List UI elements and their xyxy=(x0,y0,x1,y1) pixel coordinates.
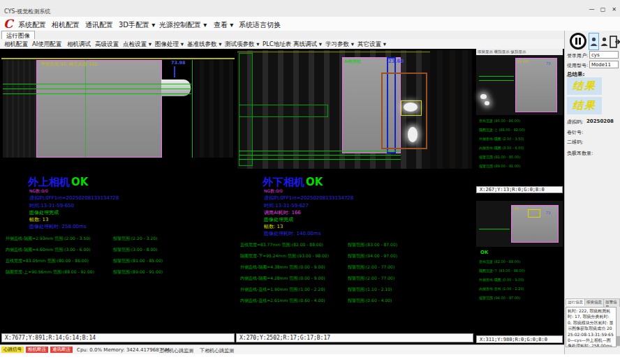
ng-count-label: NG数:0/0 xyxy=(264,188,283,195)
minimize-icon[interactable]: — xyxy=(587,6,596,13)
status-bar: 心跳信号 相机断连 通讯断连 Cpu: 0.0% Memory: 3424.41… xyxy=(0,344,564,354)
green-guide-hline xyxy=(3,89,191,89)
menu-3d-config[interactable]: 3D手配置 ▾ xyxy=(119,20,155,30)
virtual-code-label: 虚拟码: xyxy=(567,119,583,126)
pause-icon xyxy=(579,38,581,45)
virtual-code-line: 虚拟码:0FF1in=20250208133134728 xyxy=(29,195,119,202)
center-camera-view[interactable]: AI检测框 23.60 外下相机 OK NG数:0/0 虚拟码:0FF1in=2… xyxy=(236,49,473,344)
alarm-range: 报警范围:(83.00 - 87.00) xyxy=(348,242,397,248)
center-image: AI检测框 23.60 xyxy=(237,50,472,169)
tool-test-param[interactable]: 测试项参数 ▾ xyxy=(225,40,259,49)
log-scrollbar-thumb[interactable] xyxy=(617,336,620,346)
thumb1-yellow-tag: 93 100 xyxy=(517,59,529,63)
menu-light-config[interactable]: 光源控制配置 ▾ xyxy=(159,20,207,30)
thumb2-row: 直线宽度 (82.00 - 88.00) xyxy=(479,259,520,264)
thumb2-yellow-tag: 93 xyxy=(514,206,518,211)
alarm-range: 报警范围:(2.00 - 77.00) xyxy=(348,275,394,282)
exit-button[interactable] xyxy=(610,34,620,50)
tool-spot-check[interactable]: 点检设置 ▾ xyxy=(123,40,152,49)
run-log-text[interactable]: 耗时: 222, 瑕疵检测耗时: 17, 瑕疵分类耗时: 0, 瑕疵模块分区耗时… xyxy=(566,307,617,347)
tab-defect-info[interactable]: 瑕疵信息 xyxy=(584,298,604,305)
measure-tag-line xyxy=(174,66,175,77)
result-box-2: 结果 xyxy=(567,97,602,114)
tool-image-process[interactable]: 图像处理 ▾ xyxy=(155,40,184,49)
model-field[interactable]: Mode11 xyxy=(589,61,619,68)
tool-baseline-param[interactable]: 基准线参数 ▾ xyxy=(187,40,221,49)
tool-plc-table[interactable]: PLC地址表 xyxy=(263,40,291,49)
thumb2-row: 隔圈宽度-下 (93.00 - 98.00) xyxy=(479,268,525,273)
pixel-coord-bar: X:270;Y:2502;R:17;G:17;B:17 xyxy=(236,333,473,342)
login-user-field[interactable]: cys xyxy=(589,51,619,59)
measurement-row: 外侧直线-隔圈=4.38mm 范围:(0.00 - 9.00) 报警范围:(2.… xyxy=(236,264,473,270)
winding-pin-label: 卷针号: xyxy=(567,129,583,136)
measure-tag-label: 73.98 xyxy=(171,60,186,66)
result-box-1: 结果 xyxy=(567,77,602,95)
log-scrollbar[interactable] xyxy=(617,307,620,347)
tool-other-settings[interactable]: 其它设置 ▾ xyxy=(357,40,386,49)
weld-glint xyxy=(404,103,418,112)
left-camera-view[interactable]: 平面高值:93, 峰态高值:100 73.98 外上相机 OK NG数:0/0 … xyxy=(1,49,235,344)
measure-value: 外侧直线-隔圈=2.93mm 范围:(2.00 - 3.50) xyxy=(6,236,91,242)
thumb-options-label: 瑕疵显示 横拍显示 纵拍显示 xyxy=(478,50,526,54)
green-guide-hline xyxy=(239,155,401,156)
height-overlay-label: 平面高值:93, 峰态高值:100 xyxy=(40,61,97,68)
tool-camera-debug[interactable]: 相机调试 xyxy=(67,40,91,49)
comm-disconnect-badge: 通讯断连 xyxy=(50,347,73,353)
ai-elapsed-line: 调用AI耗时: 166 xyxy=(264,209,301,216)
measure-value: 直线宽度=83.77mm 范围:(82.00 - 88.00) xyxy=(240,242,323,248)
tab-run-info[interactable]: 运行信息 xyxy=(566,298,585,305)
thumb2-ok-label: OK xyxy=(480,250,488,255)
maximize-icon[interactable]: ▢ xyxy=(598,6,607,13)
measure-value: 外侧直线-隔圈=4.38mm 范围:(0.00 - 9.00) xyxy=(240,264,325,271)
menu-system-config[interactable]: 系统配置 xyxy=(18,20,46,30)
right-sidebar: 登录用户: cys 使用型号: Mode11 总结果: 结果 结果 虚拟码: 2… xyxy=(564,31,620,354)
left-roi-block xyxy=(36,60,162,158)
tool-camera-config[interactable]: 相机配置 xyxy=(4,40,28,49)
thumb1-image[interactable]: 93 100 73 xyxy=(476,55,563,115)
menu-view[interactable]: 查看 ▾ xyxy=(214,20,233,30)
green-guide-hline xyxy=(479,80,514,81)
tool-ai-config[interactable]: AI使用配置 xyxy=(32,40,61,49)
result-text: 结果 xyxy=(573,99,596,112)
model-label: 使用型号: xyxy=(567,62,588,69)
time-line: 时间:13-31-59-627 xyxy=(264,202,309,209)
menu-bar: C 系统配置 相机配置 通讯配置 3D手配置 ▾ 光源控制配置 ▾ 查看 ▾ 系… xyxy=(0,17,620,31)
toolbar: 相机配置 AI使用配置 相机调试 高级设置 点检设置 ▾ 图像处理 ▾ 基准线参… xyxy=(0,39,564,50)
green-guide-hline xyxy=(3,93,191,94)
tool-learn-param[interactable]: 学习参数 ▾ xyxy=(325,40,354,49)
thumb2-image[interactable]: 93 73 xyxy=(476,201,563,247)
tool-advanced[interactable]: 高级设置 xyxy=(95,40,119,49)
measure-value: 内侧直线-隔圈=4.60mm 范围:(3.00 - 6.00) xyxy=(6,247,91,253)
pause-button[interactable] xyxy=(570,33,586,50)
thumb-options-strip[interactable]: 瑕疵显示 横拍显示 纵拍显示 xyxy=(476,49,563,55)
measurement-row: 内侧直线-直线=2.61mm 范围:(0.60 - 4.00) 报警范围:(0.… xyxy=(236,298,473,303)
measure-value: 隔圈宽度-上=90.56mm 范围:(88.00 - 92.00) xyxy=(6,269,94,275)
process-done-line: 图像处理完成 xyxy=(29,209,59,216)
menu-camera-config[interactable]: 相机配置 xyxy=(52,20,80,30)
measurement-row: 隔圈宽度-上=90.56mm 范围:(88.00 - 92.00) 报警范围:(… xyxy=(1,269,235,275)
login-user-button[interactable] xyxy=(589,33,599,50)
tool-offline-debug[interactable]: 离线调试 ▾ xyxy=(293,40,322,49)
heartbeat-badge: 心跳信号 xyxy=(1,347,24,353)
menu-comm-config[interactable]: 通讯配置 xyxy=(85,20,113,30)
user-button[interactable] xyxy=(600,36,609,48)
process-done-line: 图像处理完成 xyxy=(264,216,293,223)
measurement-row: 外侧直线-隔圈=2.93mm 范围:(2.00 - 3.50) 报警范围:(2.… xyxy=(1,236,235,241)
virtual-code-value: 20250208 xyxy=(586,119,614,124)
close-icon[interactable]: ✕ xyxy=(610,6,619,13)
thumb1-row: 隔圈宽度-上 (88.00 - 92.00) xyxy=(479,128,525,132)
measurement-row: 外侧直线-直线=1.90mm 范围:(1.00 - 2.20) 报警范围:(1.… xyxy=(236,287,473,292)
right-image-texture xyxy=(430,50,472,169)
left-image-texture xyxy=(3,60,36,158)
green-guide-hline xyxy=(479,229,510,229)
pixel-coord-text: X:311;Y:980;R:0;G:0;B:0 xyxy=(480,337,547,342)
camera-status-ok: OK xyxy=(306,176,323,188)
elapsed-line: 图像处理耗时: 140.00ms xyxy=(264,230,321,237)
menu-language-switch[interactable]: 系统语言切换 xyxy=(239,20,281,30)
camera-title: 外上相机 xyxy=(28,176,70,189)
thumb2-row: 内侧直线-直线 (1.00 - 2.20) xyxy=(479,287,524,291)
app-logo-icon: C xyxy=(3,17,13,31)
measurement-row: 内侧直线-隔圈=4.28mm 范围:(0.00 - 9.00) 报警范围:(2.… xyxy=(236,275,473,281)
green-guide-vline xyxy=(85,60,86,158)
lower-camera-heartbeat: 下相机心跳监测 xyxy=(200,347,234,354)
